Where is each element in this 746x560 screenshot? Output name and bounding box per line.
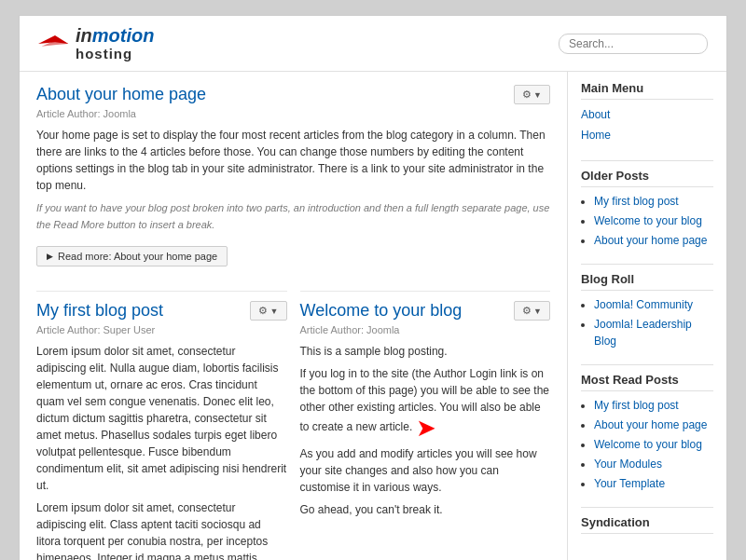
article-about-home-p2: If you want to have your blog post broke…	[36, 199, 550, 233]
list-item: Your Modules	[594, 456, 713, 472]
article-first-post-body: Lorem ipsum dolor sit amet, consectetur …	[36, 343, 287, 560]
most-read-link-5[interactable]: Your Template	[594, 477, 665, 490]
sidebar-item-home[interactable]: Home	[581, 126, 713, 146]
sidebar-most-read-title: Most Read Posts	[581, 373, 713, 391]
list-item: Your Template	[594, 475, 713, 492]
older-post-link-2[interactable]: Welcome to your blog	[594, 214, 702, 227]
sidebar-older-posts-list: My first blog post Welcome to your blog …	[581, 193, 713, 249]
list-item: My first blog post	[594, 193, 713, 210]
search-input[interactable]	[559, 34, 708, 54]
divider-1	[581, 160, 713, 161]
sidebar-older-posts: Older Posts My first blog post Welcome t…	[581, 169, 713, 249]
list-item: Joomla! Community	[594, 296, 713, 313]
article-welcome-p2: If you log in to the site (the Author Lo…	[300, 365, 551, 440]
page-wrapper: inmotion hosting About your home page ⚙ …	[19, 15, 727, 560]
article-welcome-body: This is a sample blog posting. If you lo…	[300, 343, 551, 518]
header: inmotion hosting	[20, 16, 726, 72]
article-about-home-title: About your home page	[36, 85, 206, 104]
article-first-post: My first blog post ⚙ Article Author: Sup…	[36, 291, 287, 560]
article-first-post-author: Article Author: Super User	[36, 324, 287, 335]
article-welcome-p4: Go ahead, you can't break it.	[300, 501, 551, 518]
most-read-link-3[interactable]: Welcome to your blog	[594, 438, 702, 451]
sidebar-syndication: Syndication	[581, 515, 713, 534]
read-more-button[interactable]: Read more: About your home page	[36, 246, 228, 266]
article-welcome-gear-button[interactable]: ⚙	[514, 301, 550, 321]
logo-swoosh-icon	[38, 35, 72, 52]
article-welcome-author: Article Author: Joomla	[300, 324, 551, 335]
list-item: About your home page	[594, 232, 713, 249]
article-welcome: Welcome to your blog ⚙ Article Author: J…	[300, 291, 551, 560]
divider-4	[581, 507, 713, 508]
article-first-post-header: My first blog post ⚙	[36, 301, 287, 324]
list-item: Welcome to your blog	[594, 212, 713, 229]
sidebar-most-read-list: My first blog post About your home page …	[581, 397, 713, 492]
divider-3	[581, 364, 713, 365]
article-first-post-p2: Lorem ipsum dolor sit amet, consectetur …	[36, 499, 287, 560]
article-welcome-title: Welcome to your blog	[300, 301, 463, 321]
article-welcome-header: Welcome to your blog ⚙	[300, 301, 551, 324]
list-item: My first blog post	[594, 397, 713, 414]
article-about-home-author: Article Author: Joomla	[36, 108, 550, 119]
sidebar: Main Menu About Home Older Posts My firs…	[568, 72, 726, 560]
article-about-home: About your home page ⚙ Article Author: J…	[36, 85, 550, 274]
article-welcome-p1: This is a sample blog posting.	[300, 343, 551, 360]
red-arrow-annotation: ➤	[416, 416, 436, 440]
divider-2	[581, 264, 713, 265]
list-item: Welcome to your blog	[594, 436, 713, 453]
sidebar-main-menu: Main Menu About Home	[581, 81, 713, 145]
article-about-home-body: Your home page is set to display the fou…	[36, 127, 550, 274]
list-item: About your home page	[594, 417, 713, 433]
most-read-link-1[interactable]: My first blog post	[594, 399, 679, 412]
logo-text-block: inmotion hosting	[76, 25, 154, 61]
sidebar-main-menu-title: Main Menu	[581, 81, 713, 100]
logo-line2: hosting	[76, 46, 154, 61]
article-about-home-p1: Your home page is set to display the fou…	[36, 127, 550, 194]
sidebar-blogroll-title: Blog Roll	[581, 272, 713, 291]
sidebar-syndication-title: Syndication	[581, 515, 713, 534]
article-first-post-gear-button[interactable]: ⚙	[250, 301, 286, 321]
sidebar-most-read: Most Read Posts My first blog post About…	[581, 373, 713, 492]
list-item: Joomla! Leadership Blog	[594, 316, 713, 349]
logo-line1: inmotion	[76, 25, 154, 46]
two-col-grid: My first blog post ⚙ Article Author: Sup…	[36, 291, 550, 560]
blogroll-link-1[interactable]: Joomla! Community	[594, 298, 693, 311]
blogroll-link-2[interactable]: Joomla! Leadership Blog	[594, 318, 692, 348]
sidebar-older-posts-title: Older Posts	[581, 169, 713, 187]
sidebar-item-about[interactable]: About	[581, 105, 713, 126]
main-content: About your home page ⚙ Article Author: J…	[20, 72, 568, 560]
logo-area: inmotion hosting	[38, 25, 154, 61]
content-area: About your home page ⚙ Article Author: J…	[20, 72, 726, 560]
article-first-post-p1: Lorem ipsum dolor sit amet, consectetur …	[36, 343, 287, 494]
sidebar-blogroll-list: Joomla! Community Joomla! Leadership Blo…	[581, 296, 713, 349]
article-about-home-gear-button[interactable]: ⚙	[514, 85, 550, 104]
article-first-post-title: My first blog post	[36, 301, 163, 321]
article-about-home-header: About your home page ⚙	[36, 85, 550, 108]
article-welcome-p3: As you add and modify articles you will …	[300, 445, 551, 496]
sidebar-blogroll: Blog Roll Joomla! Community Joomla! Lead…	[581, 272, 713, 349]
older-post-link-1[interactable]: My first blog post	[594, 195, 679, 208]
most-read-link-4[interactable]: Your Modules	[594, 458, 662, 471]
older-post-link-3[interactable]: About your home page	[594, 234, 707, 247]
most-read-link-2[interactable]: About your home page	[594, 418, 707, 431]
